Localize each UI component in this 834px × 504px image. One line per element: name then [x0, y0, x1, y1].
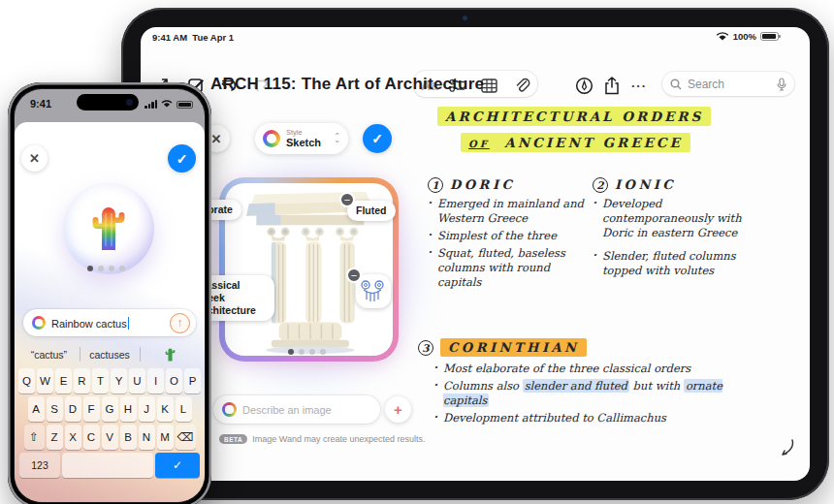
tag-fluted[interactable]: Fluted: [347, 201, 396, 221]
iphone-status-icons: [144, 100, 193, 109]
keyboard-suggestions: “cactus” cactuses: [18, 343, 201, 365]
ipad-date: Tue Apr 1: [192, 32, 234, 43]
heading-ancient-greece: OF ANCIENT GREECE: [461, 135, 690, 150]
note-title: ARCH 115: The Art of Architecture: [210, 75, 484, 94]
keyboard-row-3: ⇧ ZXCVBNM ⌫: [17, 425, 202, 450]
close-button[interactable]: ✕: [21, 145, 48, 172]
ipad-device: 9:41 AM Tue Apr 1 100% Aa: [121, 8, 829, 500]
genmoji-screen: 9:41 ✕ ✓: [15, 89, 205, 502]
more-options-button[interactable]: ···: [631, 74, 647, 97]
search-icon: [670, 79, 682, 90]
accept-image-button[interactable]: ✓: [363, 124, 392, 153]
key-G[interactable]: G: [102, 396, 118, 422]
key-L[interactable]: L: [176, 396, 192, 422]
battery-percent: 100%: [733, 31, 756, 42]
iphone-device: 9:41 ✕ ✓: [8, 82, 211, 504]
search-placeholder: Search: [688, 78, 771, 91]
ipad-camera: [463, 16, 467, 20]
key-W[interactable]: W: [37, 368, 53, 394]
describe-placeholder: Describe an image: [242, 404, 332, 416]
style-label: Style: [286, 129, 328, 137]
key-O[interactable]: O: [166, 368, 182, 394]
key-F[interactable]: F: [83, 396, 100, 422]
style-value: Sketch: [286, 137, 328, 148]
numbers-key[interactable]: 123: [19, 453, 60, 478]
markup-button[interactable]: [575, 74, 593, 97]
dictate-icon[interactable]: [777, 78, 786, 91]
section-doric: 1DORIC Emerged in mainland and Western G…: [428, 174, 591, 293]
suggestion-cactus-quoted[interactable]: “cactus”: [18, 343, 80, 365]
chevron-up-down-icon: ⌃ ⌄: [334, 135, 340, 143]
battery-icon: [760, 32, 779, 41]
key-J[interactable]: J: [139, 396, 155, 422]
confirm-genmoji-button[interactable]: ✓: [168, 144, 196, 173]
capital-sketch-icon: [358, 276, 387, 305]
wifi-icon: [716, 32, 729, 42]
section-ionic: 2IONIC Developed contemporaneously with …: [593, 174, 767, 281]
cellular-icon: [144, 100, 157, 109]
key-H[interactable]: H: [120, 396, 137, 422]
attach-button[interactable]: [514, 74, 530, 97]
key-B[interactable]: B: [120, 425, 137, 450]
battery-icon: [176, 101, 193, 109]
key-C[interactable]: C: [83, 425, 100, 450]
ipad-time: 9:41 AM: [152, 32, 187, 43]
genmoji-preview-bubble: [63, 183, 154, 274]
share-button[interactable]: [604, 74, 620, 97]
notes-app-screen: 9:41 AM Tue Apr 1 100% Aa: [141, 27, 810, 481]
describe-image-field[interactable]: Describe an image: [213, 395, 380, 424]
return-key[interactable]: ✓: [155, 453, 200, 478]
key-V[interactable]: V: [102, 425, 118, 450]
style-picker[interactable]: Style Sketch ⌃ ⌄: [255, 123, 348, 154]
key-I[interactable]: I: [147, 368, 164, 394]
key-X[interactable]: X: [65, 425, 81, 450]
key-N[interactable]: N: [139, 425, 155, 450]
key-R[interactable]: R: [74, 368, 90, 394]
genmoji-sheet: ✕ ✓: [15, 122, 205, 502]
prompt-text: Rainbow cactus: [51, 317, 164, 330]
remove-fluted-button[interactable]: −: [339, 192, 355, 207]
add-prompt-button[interactable]: +: [385, 396, 411, 423]
space-key[interactable]: [62, 453, 153, 478]
suggestion-cactuses[interactable]: cactuses: [80, 343, 141, 365]
dynamic-island: [77, 94, 139, 110]
generate-button[interactable]: ↑: [170, 313, 190, 333]
keyboard-row-2: ASDFGHJKL: [17, 396, 202, 422]
wifi-icon: [161, 100, 173, 109]
tag-sketch-thumbnail[interactable]: [356, 274, 391, 308]
key-D[interactable]: D: [65, 396, 81, 422]
key-T[interactable]: T: [92, 368, 109, 394]
key-A[interactable]: A: [28, 396, 45, 422]
search-field[interactable]: Search: [662, 72, 794, 96]
text-cursor: [128, 317, 130, 330]
key-M[interactable]: M: [157, 425, 174, 450]
key-Y[interactable]: Y: [111, 368, 127, 394]
image-playground-icon: [222, 402, 237, 417]
genmoji-page-dots[interactable]: [87, 266, 125, 271]
row3-letters: ZXCVBNM: [47, 425, 174, 450]
style-swirl-icon: [263, 130, 280, 147]
genmoji-prompt-field[interactable]: Rainbow cactus ↑: [23, 309, 196, 336]
key-E[interactable]: E: [55, 368, 72, 394]
key-S[interactable]: S: [47, 396, 63, 422]
image-page-dots[interactable]: [288, 349, 326, 355]
key-P[interactable]: P: [184, 368, 201, 394]
image-wand-disclaimer: BETA Image Wand may create unexpected re…: [219, 434, 425, 444]
remove-sketch-button[interactable]: −: [346, 268, 362, 283]
rainbow-cactus-image: [87, 204, 130, 254]
key-U[interactable]: U: [129, 368, 145, 394]
heading-architectural-orders: ARCHITECTURAL ORDERS: [437, 109, 711, 124]
cactus-emoji-icon: [164, 347, 176, 362]
key-Z[interactable]: Z: [47, 425, 63, 450]
suggestion-cactus-emoji[interactable]: [140, 343, 201, 365]
backspace-key[interactable]: ⌫: [176, 425, 196, 450]
key-Q[interactable]: Q: [18, 368, 35, 394]
key-K[interactable]: K: [157, 396, 174, 422]
shift-key[interactable]: ⇧: [24, 425, 45, 450]
keyboard-row-1: QWERTYUIOP: [17, 368, 202, 394]
image-playground-icon: [32, 316, 46, 330]
ipad-status-left: 9:41 AM Tue Apr 1: [152, 32, 234, 43]
iphone-time: 9:41: [30, 98, 51, 110]
section-corinthian: 3CORINTHIAN Most elaborate of the three …: [418, 337, 757, 428]
handwriting-stroke: [777, 438, 798, 459]
